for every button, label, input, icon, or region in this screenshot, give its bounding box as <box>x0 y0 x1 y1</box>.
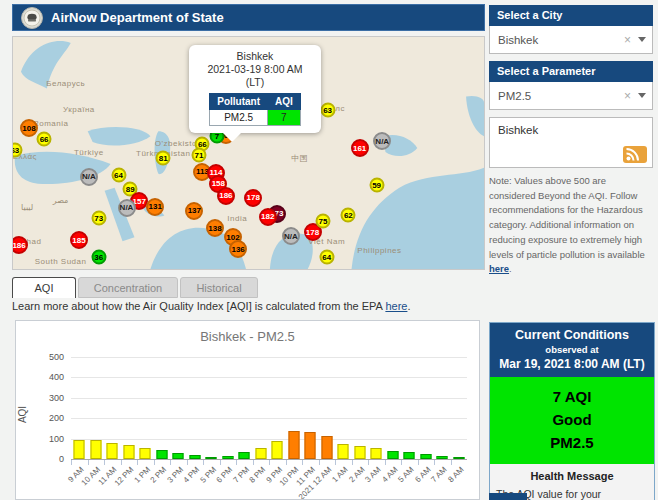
aqi-marker[interactable]: 63 <box>320 103 335 118</box>
city-clear-icon[interactable]: × <box>624 33 631 47</box>
chart-bar[interactable] <box>272 441 283 459</box>
popup-arrow <box>223 133 241 142</box>
chart-y-tick: 400 <box>30 372 64 382</box>
chart-bar[interactable] <box>123 445 134 459</box>
chart-bar[interactable] <box>107 443 118 459</box>
chart-bar[interactable] <box>453 457 464 459</box>
aqi-marker[interactable]: 64 <box>111 167 126 182</box>
note-here-link[interactable]: here <box>489 263 509 274</box>
aqi-marker[interactable]: 36 <box>91 250 106 265</box>
chart-title: Bishkek - PM2.5 <box>16 329 479 344</box>
aqi-marker[interactable]: 62 <box>341 208 356 223</box>
aqi-world-map[interactable]: БеларусьУкраїнаRomaniaTürkiyeΕλλάςليبيام… <box>12 36 485 270</box>
aqi-marker[interactable]: N/A <box>373 132 391 150</box>
parameter-dropdown-caret-icon[interactable] <box>638 93 646 98</box>
aqi-marker[interactable]: 138 <box>206 219 224 237</box>
chart-bar[interactable] <box>305 432 316 459</box>
chart-y-tick: 300 <box>30 393 64 403</box>
tab-aqi[interactable]: AQI <box>12 277 76 298</box>
chart-bar-slot: 6 AM <box>418 357 435 459</box>
airnow-page: AirNow Department of State БеларусьУкраї… <box>0 0 658 500</box>
chart-y-tick: 500 <box>30 352 64 362</box>
map-country-label: 中国 <box>291 152 308 163</box>
select-city-header: Select a City <box>489 5 653 26</box>
aqi-marker[interactable]: N/A <box>80 168 98 186</box>
chart-x-tick-label: 6 PM <box>215 465 235 485</box>
aqi-marker[interactable]: 136 <box>229 240 247 258</box>
chart-bar[interactable] <box>387 451 398 459</box>
aqi-marker[interactable]: 185 <box>70 231 88 249</box>
map-country-label: India <box>227 214 247 223</box>
aqi-marker[interactable]: 131 <box>146 198 164 216</box>
chart-bar-slot: 3 AM <box>368 357 385 459</box>
chart-bar[interactable] <box>140 448 151 459</box>
chart-bar[interactable] <box>173 453 184 459</box>
aqi-marker[interactable]: N/A <box>282 227 300 245</box>
parameter-select-value: PM2.5 <box>498 90 624 102</box>
chart-bar[interactable] <box>189 455 200 459</box>
aqi-marker[interactable]: 64 <box>319 250 334 265</box>
observed-at-datetime: Mar 19, 2021 8:00 AM (LT) <box>492 357 652 371</box>
tab-concentration[interactable]: Concentration <box>78 277 178 298</box>
aqi-marker[interactable]: 75 <box>315 214 330 229</box>
chart-bar[interactable] <box>255 448 266 459</box>
popup-col-pollutant: Pollutant <box>210 94 268 110</box>
chart-bar[interactable] <box>156 450 167 459</box>
chart-bar[interactable] <box>404 452 415 459</box>
aqi-marker[interactable]: 81 <box>156 150 171 165</box>
chart-bar[interactable] <box>288 431 299 459</box>
chart-bar[interactable] <box>239 452 250 459</box>
learn-more-suffix: . <box>407 300 410 312</box>
chart-bar[interactable] <box>354 446 365 459</box>
chart-bar-slot: 11 PM <box>302 357 319 459</box>
aqi-marker[interactable]: 71 <box>192 148 207 163</box>
health-message-title: Health Message <box>496 470 648 482</box>
epa-here-link[interactable]: here <box>385 300 407 312</box>
city-dropdown-caret-icon[interactable] <box>638 37 646 42</box>
aqi-marker[interactable]: 137 <box>185 202 203 220</box>
chart-bar-slot: 5 PM <box>203 357 220 459</box>
map-country-label: مصر <box>53 195 69 204</box>
aqi-marker[interactable]: 178 <box>244 189 262 207</box>
chart-x-tick-label: 6 AM <box>413 465 432 484</box>
chart-bar-slot: 4 AM <box>385 357 402 459</box>
chart-bar[interactable] <box>206 457 217 459</box>
chart-bar[interactable] <box>90 440 101 459</box>
learn-more-text: Learn more about how the Air Quality Ind… <box>12 300 410 312</box>
chart-bar[interactable] <box>420 454 431 459</box>
chart-x-tick-label: 2 AM <box>347 465 366 484</box>
city-select[interactable]: Bishkek × <box>489 26 653 54</box>
chart-bar[interactable] <box>371 448 382 459</box>
chart-bar[interactable] <box>321 436 332 459</box>
aqi-marker[interactable]: N/A <box>118 199 136 217</box>
chart-bar-slot: 10 PM <box>286 357 303 459</box>
aqi-marker[interactable]: 186 <box>217 187 235 205</box>
chart-bar-slot: 7 PM <box>236 357 253 459</box>
aqi-marker[interactable]: 66 <box>37 132 52 147</box>
chart-bar-slot: 2 PM <box>154 357 171 459</box>
chart-x-tick-label: 5 AM <box>396 465 415 484</box>
parameter-clear-icon[interactable]: × <box>624 89 631 103</box>
chart-y-tick: 200 <box>30 413 64 423</box>
parameter-select[interactable]: PM2.5 × <box>489 82 653 110</box>
aqi-marker[interactable]: 182 <box>259 208 277 226</box>
aqi-marker[interactable]: 59 <box>369 177 384 192</box>
app-title: AirNow Department of State <box>51 10 224 25</box>
chart-x-tick-label: 2 PM <box>149 465 169 485</box>
tab-historical[interactable]: Historical <box>180 277 258 298</box>
rss-icon[interactable] <box>623 146 647 163</box>
note-suffix: . <box>509 263 512 274</box>
aqi-marker[interactable]: 73 <box>91 211 106 226</box>
chart-bar-slot: 11 AM <box>104 357 121 459</box>
chart-bar[interactable] <box>338 444 349 459</box>
current-aqi-pollutant: PM2.5 <box>490 431 654 454</box>
aqi-marker[interactable]: 108 <box>20 119 38 137</box>
chart-bar[interactable] <box>437 456 448 459</box>
chart-bar[interactable] <box>222 456 233 459</box>
chart-bar-slot: 5 AM <box>401 357 418 459</box>
aqi-marker[interactable]: 161 <box>351 139 369 157</box>
chart-x-tick-label: 7 PM <box>231 465 251 485</box>
chart-bar[interactable] <box>74 440 85 459</box>
chart-x-tick-label: 1 PM <box>132 465 152 485</box>
select-parameter-panel: Select a Parameter PM2.5 × <box>489 61 653 110</box>
